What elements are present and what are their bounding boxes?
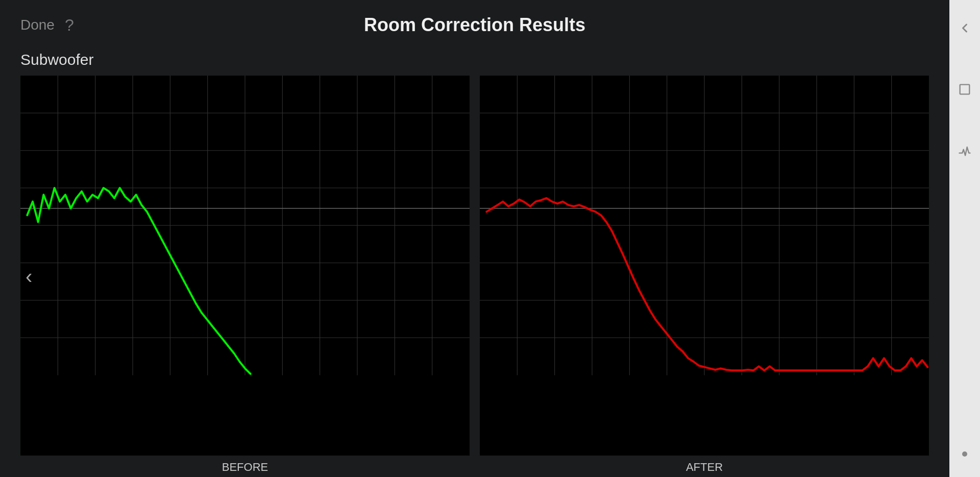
sidebar-dot <box>962 451 967 457</box>
header: Done ? Room Correction Results <box>20 0 929 46</box>
after-chart-grid <box>480 76 929 375</box>
charts-wrapper: ‹ <box>20 76 929 477</box>
before-chart-grid <box>20 76 470 375</box>
back-icon[interactable] <box>952 15 977 41</box>
window-icon[interactable] <box>952 77 977 102</box>
right-sidebar <box>949 0 980 477</box>
pulse-icon[interactable] <box>952 138 977 163</box>
left-arrow-button[interactable]: ‹ <box>26 266 32 287</box>
help-button[interactable]: ? <box>65 16 74 35</box>
page-title: Room Correction Results <box>364 14 585 36</box>
before-chart-area <box>20 76 470 456</box>
before-label: BEFORE <box>20 456 470 477</box>
done-button[interactable]: Done <box>20 17 55 33</box>
svg-rect-38 <box>960 85 970 94</box>
subwoofer-label: Subwoofer <box>20 51 929 68</box>
after-chart-container: AFTER <box>480 76 929 477</box>
main-content: Done ? Room Correction Results Subwoofer… <box>0 0 949 477</box>
before-chart-container: BEFORE <box>20 76 470 477</box>
after-chart-area <box>480 76 929 456</box>
after-label: AFTER <box>480 456 929 477</box>
